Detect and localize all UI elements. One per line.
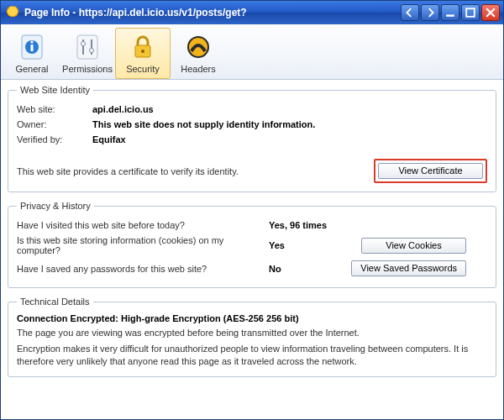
view-cookies-button[interactable]: View Cookies <box>361 238 466 254</box>
tab-headers-label: Headers <box>181 64 216 74</box>
tab-security-label: Security <box>126 64 160 74</box>
maximize-button[interactable] <box>461 4 480 21</box>
svg-point-12 <box>141 50 144 53</box>
privacy-group: Privacy & History Have I visited this we… <box>8 201 496 288</box>
view-certificate-button[interactable]: View Certificate <box>378 163 483 179</box>
technical-group: Technical Details Connection Encrypted: … <box>8 297 496 377</box>
certificate-text: This web site provides a certificate to … <box>17 166 374 176</box>
minimize-button[interactable] <box>441 4 459 21</box>
highlight-annotation: View Certificate <box>374 159 487 183</box>
website-value: api.del.icio.us <box>92 104 487 114</box>
tab-security[interactable]: Security <box>115 28 171 79</box>
visited-question: Have I visited this web site before toda… <box>17 220 269 230</box>
verified-label: Verified by: <box>17 134 92 144</box>
content-area: Web Site Identity Web site: api.del.icio… <box>1 80 503 392</box>
window-titlebar: Page Info - https://api.del.icio.us/v1/p… <box>1 1 503 24</box>
tab-headers[interactable]: Headers <box>171 28 226 79</box>
svg-rect-6 <box>77 35 97 59</box>
passwords-question: Have I saved any passwords for this web … <box>17 264 269 274</box>
privacy-legend: Privacy & History <box>17 201 94 211</box>
identity-group: Web Site Identity Web site: api.del.icio… <box>8 85 496 192</box>
close-button[interactable] <box>481 4 500 21</box>
tab-general[interactable]: General <box>4 28 60 79</box>
toolbar: General Permissions Security Headers <box>1 24 503 80</box>
tab-general-label: General <box>15 64 48 74</box>
scroll-right-button[interactable] <box>421 4 439 21</box>
visited-answer: Yes, 96 times <box>269 220 349 230</box>
cookies-answer: Yes <box>269 240 349 250</box>
view-passwords-button[interactable]: View Saved Passwords <box>351 260 466 276</box>
scroll-left-button[interactable] <box>401 4 419 21</box>
website-label: Web site: <box>17 104 92 114</box>
svg-rect-0 <box>446 14 454 16</box>
headers-icon <box>183 32 213 62</box>
encryption-line2: Encryption makes it very difficult for u… <box>17 343 487 368</box>
passwords-answer: No <box>269 264 349 274</box>
sliders-icon <box>72 32 102 62</box>
technical-legend: Technical Details <box>17 297 93 307</box>
window-title: Page Info - https://api.del.icio.us/v1/p… <box>24 7 401 18</box>
owner-label: Owner: <box>17 119 92 129</box>
lock-icon <box>128 32 158 62</box>
svg-point-10 <box>90 49 94 53</box>
owner-value: This web site does not supply identity i… <box>92 119 487 129</box>
app-icon <box>6 6 19 19</box>
svg-rect-1 <box>466 8 475 17</box>
svg-point-9 <box>81 42 86 46</box>
info-icon <box>17 32 47 62</box>
cookies-question: Is this web site storing information (co… <box>17 235 269 255</box>
svg-point-5 <box>30 40 33 43</box>
svg-rect-4 <box>31 45 34 51</box>
verified-value: Equifax <box>92 134 487 144</box>
encryption-line1: The page you are viewing was encrypted b… <box>17 327 487 339</box>
tab-permissions[interactable]: Permissions <box>60 28 115 79</box>
encryption-title: Connection Encrypted: High-grade Encrypt… <box>17 313 487 327</box>
tab-permissions-label: Permissions <box>62 64 113 74</box>
window-controls <box>401 4 500 21</box>
identity-legend: Web Site Identity <box>17 85 93 95</box>
